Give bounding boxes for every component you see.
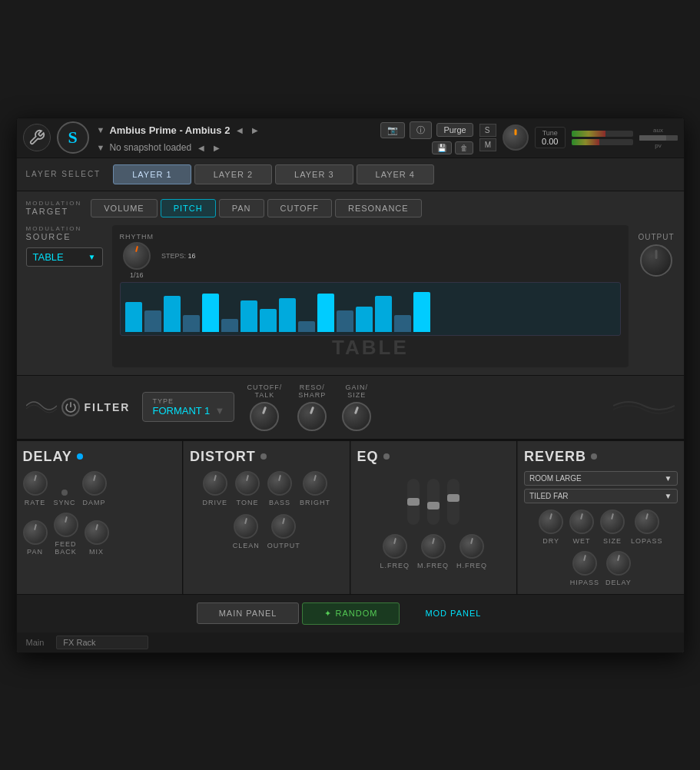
eq-low-slider[interactable]: [407, 479, 420, 525]
tone-knob[interactable]: [235, 471, 260, 496]
bright-label: BRIGHT: [300, 499, 330, 506]
target-pitch-btn[interactable]: PITCH: [161, 199, 216, 217]
table-area: RHYTHM 1/16 STEPS: 16: [112, 225, 629, 367]
delay-active-dot[interactable]: [77, 453, 83, 460]
step-bar-10[interactable]: [317, 294, 334, 332]
dropdown-arrow[interactable]: ▼: [97, 125, 105, 134]
bass-knob[interactable]: [267, 471, 292, 496]
layer-4-btn[interactable]: LAYER 4: [357, 164, 434, 184]
gain-knob[interactable]: [342, 402, 371, 431]
step-bar-5[interactable]: [221, 319, 238, 332]
step-bar-9[interactable]: [298, 321, 315, 332]
tune-knob[interactable]: [503, 124, 529, 151]
step-bar-3[interactable]: [183, 315, 200, 332]
info-icon[interactable]: ⓘ: [410, 121, 432, 139]
target-cutoff-btn[interactable]: CUTOFF: [267, 199, 332, 217]
random-btn[interactable]: ✦ RANDOM: [302, 602, 400, 625]
reverb-lopass-knob[interactable]: [635, 509, 659, 534]
save-snapshot-btn[interactable]: 💾: [432, 141, 452, 154]
step-bar-11[interactable]: [337, 310, 353, 332]
rhythm-knob[interactable]: [123, 242, 151, 270]
delay-rate-knob[interactable]: [23, 471, 48, 496]
step-bar-0[interactable]: [125, 302, 142, 332]
snapshot-arrow[interactable]: ▼: [97, 143, 105, 152]
distort-output-knob[interactable]: [271, 514, 296, 539]
reverb-delay-knob[interactable]: [606, 551, 631, 576]
hfreq-knob[interactable]: [459, 534, 484, 559]
delay-title: DELAY: [23, 449, 177, 465]
camera-icon[interactable]: 📷: [380, 122, 405, 138]
wrench-icon[interactable]: [23, 124, 51, 151]
clean-knob[interactable]: [234, 514, 258, 539]
filter-power-icon[interactable]: [61, 398, 80, 417]
next-preset-btn[interactable]: ▶: [250, 125, 260, 135]
source-dropdown[interactable]: TABLE ▼: [26, 247, 103, 267]
reverb-delay-label: DELAY: [605, 579, 632, 586]
mfreq-knob[interactable]: [421, 534, 446, 559]
step-bar-13[interactable]: [375, 296, 392, 332]
reverb-lopass-group: LOPASS: [631, 509, 662, 545]
target-resonance-btn[interactable]: RESONANCE: [335, 199, 422, 217]
mod-panel-btn[interactable]: MOD PANEL: [403, 602, 503, 624]
output-knob[interactable]: [640, 244, 672, 277]
target-volume-btn[interactable]: VOLUME: [91, 199, 157, 217]
delay-pan-knob[interactable]: [23, 520, 48, 545]
step-bar-12[interactable]: [356, 307, 373, 332]
layer-3-btn[interactable]: LAYER 3: [275, 164, 353, 184]
drive-knob[interactable]: [203, 471, 227, 496]
reverb-tiled-dropdown[interactable]: TILED FAR ▼: [524, 489, 678, 503]
s-button[interactable]: S: [479, 124, 496, 137]
reverb-hipass-label: HIPASS: [570, 579, 599, 586]
eq-active-dot[interactable]: [383, 453, 390, 460]
delay-panel: DELAY RATE SYNC: [17, 441, 184, 594]
target-pan-btn[interactable]: PAN: [219, 199, 264, 217]
prev-snapshot-btn[interactable]: ◀: [196, 143, 207, 153]
eq-mid-slider[interactable]: [427, 479, 440, 525]
next-snapshot-btn[interactable]: ▶: [211, 143, 222, 153]
filter-onoff[interactable]: FILTER: [26, 398, 131, 417]
bright-knob[interactable]: [303, 471, 327, 496]
reso-knob[interactable]: [297, 402, 327, 431]
status-main-label: Main: [26, 638, 45, 647]
delete-snapshot-btn[interactable]: 🗑: [455, 141, 473, 154]
reverb-dry-knob[interactable]: [539, 509, 563, 534]
reverb-active-dot[interactable]: [591, 453, 597, 460]
layer-2-btn[interactable]: LAYER 2: [194, 164, 272, 184]
step-sequencer[interactable]: [120, 282, 622, 336]
step-bar-14[interactable]: [394, 315, 411, 332]
tune-label: Tune: [542, 129, 558, 137]
gain-label: GAIN/SIZE: [346, 383, 369, 399]
filter-type-box[interactable]: TYPE FORMANT 1 ▼: [142, 392, 234, 422]
eq-knob-row: L.FREQ M.FREQ H.FREQ: [380, 534, 487, 569]
reverb-wet-knob[interactable]: [569, 509, 594, 534]
prev-preset-btn[interactable]: ◀: [234, 125, 245, 135]
bass-label: BASS: [269, 499, 290, 506]
step-bar-7[interactable]: [260, 309, 277, 332]
s-logo: S: [57, 121, 89, 154]
step-bar-15[interactable]: [413, 292, 430, 332]
delay-sync-led[interactable]: [61, 490, 68, 496]
m-button[interactable]: M: [479, 138, 496, 151]
bass-group: BASS: [267, 471, 292, 506]
step-bar-6[interactable]: [241, 300, 257, 332]
aux-fader[interactable]: [639, 135, 678, 141]
reverb-room-dropdown[interactable]: ROOM LARGE ▼: [524, 471, 678, 486]
reverb-size-knob[interactable]: [600, 509, 625, 534]
reverb-hipass-knob[interactable]: [572, 551, 597, 576]
step-bar-4[interactable]: [202, 294, 219, 332]
eq-high-slider[interactable]: [447, 479, 459, 525]
fx-rack-input[interactable]: [56, 636, 148, 649]
step-bar-8[interactable]: [279, 298, 296, 332]
step-bar-2[interactable]: [164, 296, 181, 332]
delay-damp-knob[interactable]: [82, 471, 107, 496]
distort-active-dot[interactable]: [260, 453, 267, 460]
delay-mix-knob[interactable]: [85, 520, 109, 545]
delay-feedback-knob[interactable]: [54, 513, 78, 537]
cutoff-knob[interactable]: [250, 402, 279, 431]
mod-target-label-group: MODULATION TARGET: [26, 200, 82, 216]
purge-btn[interactable]: Purge: [436, 123, 473, 137]
main-panel-btn[interactable]: MAIN PANEL: [197, 602, 300, 624]
lfreq-knob[interactable]: [383, 534, 407, 559]
layer-1-btn[interactable]: LAYER 1: [113, 164, 191, 184]
step-bar-1[interactable]: [144, 310, 161, 332]
